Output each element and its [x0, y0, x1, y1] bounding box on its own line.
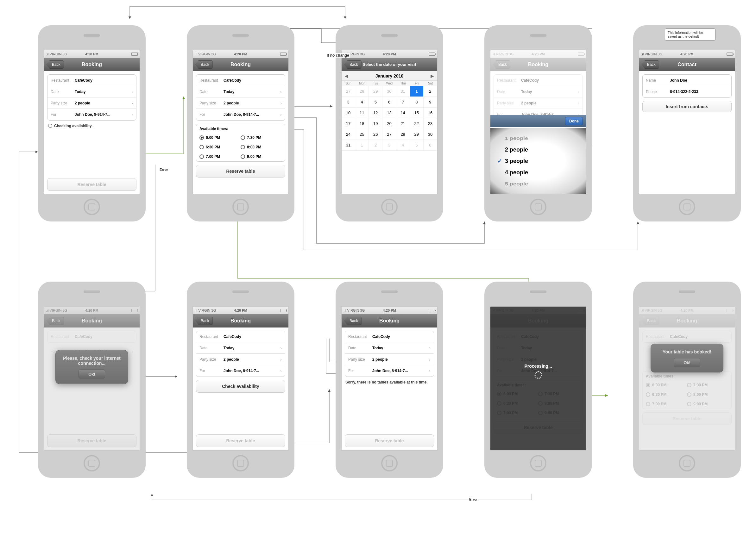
row-party-size[interactable]: Party size2 people›: [196, 354, 285, 365]
calendar-day[interactable]: 8: [410, 97, 424, 108]
calendar-day[interactable]: 23: [424, 118, 437, 129]
calendar-day[interactable]: 13: [382, 108, 396, 118]
reserve-button[interactable]: Reserve table: [196, 434, 285, 447]
home-button[interactable]: [84, 199, 100, 215]
calendar-day-muted[interactable]: 27: [342, 86, 355, 97]
picker-option[interactable]: 4 people: [490, 167, 586, 178]
row-date[interactable]: DateToday›: [196, 86, 285, 97]
calendar-day[interactable]: 14: [396, 108, 410, 118]
calendar-day[interactable]: 7: [396, 97, 410, 108]
home-button[interactable]: [232, 455, 249, 471]
back-button[interactable]: Back: [344, 60, 361, 69]
row-date[interactable]: DateToday›: [196, 342, 285, 354]
calendar-day-muted[interactable]: 2: [369, 140, 382, 151]
calendar-day[interactable]: 19: [369, 118, 382, 129]
home-button[interactable]: [381, 199, 397, 215]
row-party-size[interactable]: Party size2 people›: [48, 97, 136, 109]
time-option[interactable]: 7:30 PM: [241, 133, 282, 142]
chevron-right-icon: ›: [131, 89, 133, 94]
back-button[interactable]: Back: [47, 60, 64, 69]
picker-option[interactable]: 3 people: [490, 155, 586, 167]
calendar-day[interactable]: 26: [369, 129, 382, 140]
calendar-day-muted[interactable]: 1: [355, 140, 369, 151]
time-option[interactable]: 6:30 PM: [199, 142, 241, 152]
calendar-day[interactable]: 30: [424, 129, 437, 140]
calendar-day[interactable]: 24: [342, 129, 355, 140]
reserve-button[interactable]: Reserve table: [345, 434, 434, 447]
ok-button[interactable]: Ok!: [79, 369, 105, 379]
back-button[interactable]: Back: [195, 317, 213, 325]
calendar-grid[interactable]: 2728293031123456789101112131415161718192…: [342, 86, 437, 151]
calendar-day[interactable]: 17: [342, 118, 355, 129]
calendar-day-muted[interactable]: 29: [369, 86, 382, 97]
time-option[interactable]: 8:00 PM: [241, 142, 282, 152]
home-button[interactable]: [381, 455, 397, 471]
check-availability-button[interactable]: Check availability: [196, 380, 285, 393]
reserve-button[interactable]: Reserve table: [47, 178, 136, 191]
calendar-day[interactable]: 6: [382, 97, 396, 108]
calendar-day[interactable]: 29: [410, 129, 424, 140]
picker-option[interactable]: 5 people: [490, 179, 586, 189]
home-button[interactable]: [530, 199, 546, 215]
back-button[interactable]: Back: [493, 60, 510, 69]
calendar-day[interactable]: 22: [410, 118, 424, 129]
picker-wheel[interactable]: ✓ 1 people 2 people 3 people 4 people 5 …: [490, 128, 586, 194]
row-for[interactable]: ForJohn Doe, 8-914-7...›: [345, 365, 434, 377]
calendar-day[interactable]: 18: [355, 118, 369, 129]
calendar-day[interactable]: 27: [382, 129, 396, 140]
prev-month-icon[interactable]: ◀: [345, 73, 348, 79]
calendar-day[interactable]: 20: [382, 118, 396, 129]
insert-from-contacts-button[interactable]: Insert from contacts: [642, 101, 732, 112]
row-phone[interactable]: Phone8-914-322-2-233: [643, 86, 731, 97]
next-month-icon[interactable]: ▶: [430, 73, 434, 79]
calendar-day[interactable]: 11: [355, 108, 369, 118]
row-date[interactable]: DateToday›: [345, 342, 434, 354]
calendar-day-muted[interactable]: 5: [410, 140, 424, 151]
phone-booking-checking: .ıl VIRGIN 3G4:20 PM BackBooking Restaur…: [38, 25, 146, 221]
done-button[interactable]: Done: [565, 117, 583, 125]
calendar-day[interactable]: 21: [396, 118, 410, 129]
ok-button[interactable]: Ok!: [674, 358, 700, 367]
time-option[interactable]: 7:00 PM: [199, 152, 241, 161]
row-for[interactable]: ForJohn Doe, 8-914-7...›: [196, 109, 285, 120]
calendar-day[interactable]: 5: [369, 97, 382, 108]
calendar-day[interactable]: 9: [424, 97, 437, 108]
calendar-day-muted[interactable]: 3: [382, 140, 396, 151]
available-times-title: Available times:: [199, 126, 282, 131]
calendar-day-muted[interactable]: 6: [424, 140, 437, 151]
back-button[interactable]: Back: [344, 317, 361, 325]
picker-option-selected[interactable]: 2 people: [490, 144, 586, 155]
calendar-day[interactable]: 25: [355, 129, 369, 140]
calendar-day[interactable]: 12: [369, 108, 382, 118]
calendar-day[interactable]: 2: [424, 86, 437, 97]
calendar-day[interactable]: 1: [410, 86, 424, 97]
picker-option[interactable]: 1 people: [490, 134, 586, 143]
row-party-size[interactable]: Party size2 people›: [345, 354, 434, 365]
row-name[interactable]: NameJohn Doe: [643, 75, 731, 86]
row-for[interactable]: ForJohn Doe, 8-914-7...›: [196, 365, 285, 377]
calendar-day-muted[interactable]: 4: [396, 140, 410, 151]
home-button[interactable]: [84, 455, 100, 471]
calendar-day[interactable]: 3: [342, 97, 355, 108]
calendar-day[interactable]: 4: [355, 97, 369, 108]
back-button[interactable]: Back: [195, 60, 213, 69]
reserve-button[interactable]: Reserve table: [196, 165, 285, 178]
calendar-day[interactable]: 10: [342, 108, 355, 118]
calendar-day[interactable]: 28: [396, 129, 410, 140]
calendar-day-muted[interactable]: 30: [382, 86, 396, 97]
home-button[interactable]: [232, 199, 249, 215]
back-button[interactable]: Back: [642, 60, 659, 69]
home-button[interactable]: [530, 455, 546, 471]
calendar-day[interactable]: 16: [424, 108, 437, 118]
home-button[interactable]: [679, 455, 695, 471]
time-option[interactable]: 9:00 PM: [241, 152, 282, 161]
row-for[interactable]: ForJohn Doe, 8-914-7...›: [48, 109, 136, 120]
calendar-day-muted[interactable]: 31: [396, 86, 410, 97]
time-option[interactable]: 6:00 PM: [199, 133, 241, 142]
row-date[interactable]: DateToday›: [48, 86, 136, 97]
row-party-size[interactable]: Party size2 people›: [196, 97, 285, 109]
calendar-day[interactable]: 31: [342, 140, 355, 151]
calendar-day-muted[interactable]: 28: [355, 86, 369, 97]
home-button[interactable]: [679, 199, 695, 215]
calendar-day[interactable]: 15: [410, 108, 424, 118]
